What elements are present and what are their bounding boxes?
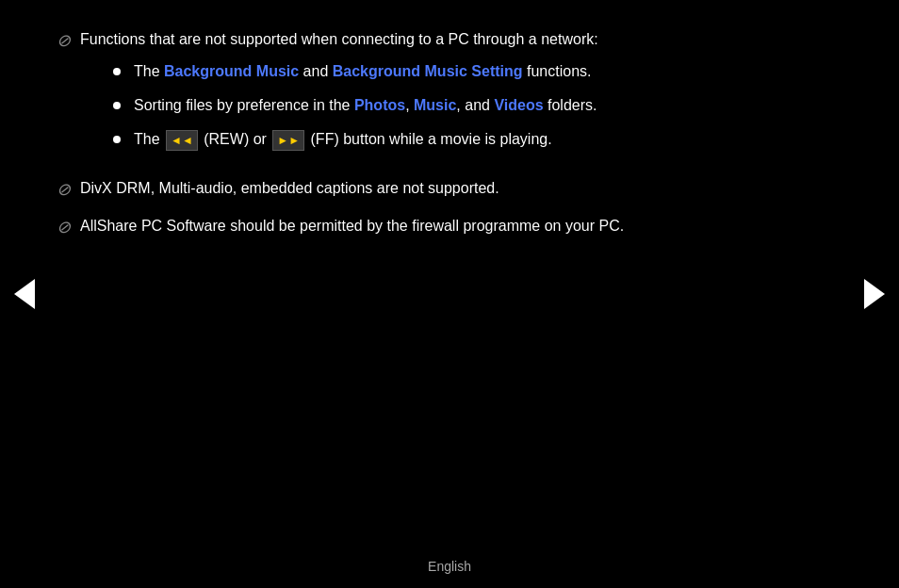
note-1: ⊘ Functions that are not supported when … (57, 28, 842, 162)
nav-arrow-right[interactable] (864, 279, 885, 309)
link-background-music: Background Music (164, 63, 299, 79)
bullet-item-1: The Background Music and Background Musi… (113, 60, 598, 83)
bullet-1-text: The Background Music and Background Musi… (134, 60, 591, 83)
link-background-music-setting: Background Music Setting (333, 63, 523, 79)
link-photos: Photos (354, 97, 405, 113)
note-icon-1: ⊘ (57, 30, 71, 51)
rew-button-display: ◄◄ (166, 130, 198, 151)
note-3-text: AllShare PC Software should be permitted… (80, 215, 624, 237)
bullet-item-3: The ◄◄ (REW) or ►► (FF) button while a m… (113, 128, 598, 151)
main-content: ⊘ Functions that are not supported when … (0, 9, 899, 237)
link-videos: Videos (494, 97, 543, 113)
note-1-text: Functions that are not supported when co… (80, 31, 598, 47)
bullet-dot-1 (113, 68, 121, 75)
note-3: ⊘ AllShare PC Software should be permitt… (57, 215, 842, 237)
bullet-dot-2 (113, 102, 121, 109)
note-2-text: DivX DRM, Multi-audio, embedded captions… (80, 177, 499, 200)
footer-language: English (428, 559, 471, 574)
nav-arrow-left[interactable] (14, 279, 35, 309)
ff-button-display: ►► (272, 130, 304, 151)
link-music: Music (414, 97, 456, 113)
note-icon-2: ⊘ (57, 179, 71, 200)
note-icon-3: ⊘ (57, 217, 71, 237)
note-2: ⊘ DivX DRM, Multi-audio, embedded captio… (57, 177, 842, 200)
bullet-item-2: Sorting files by preference in the Photo… (113, 94, 598, 117)
bullet-3-text: The ◄◄ (REW) or ►► (FF) button while a m… (134, 128, 552, 151)
bullet-dot-3 (113, 136, 121, 143)
bullet-2-text: Sorting files by preference in the Photo… (134, 94, 597, 117)
bullet-list-1: The Background Music and Background Musi… (113, 60, 598, 151)
note-1-content: Functions that are not supported when co… (80, 28, 598, 162)
